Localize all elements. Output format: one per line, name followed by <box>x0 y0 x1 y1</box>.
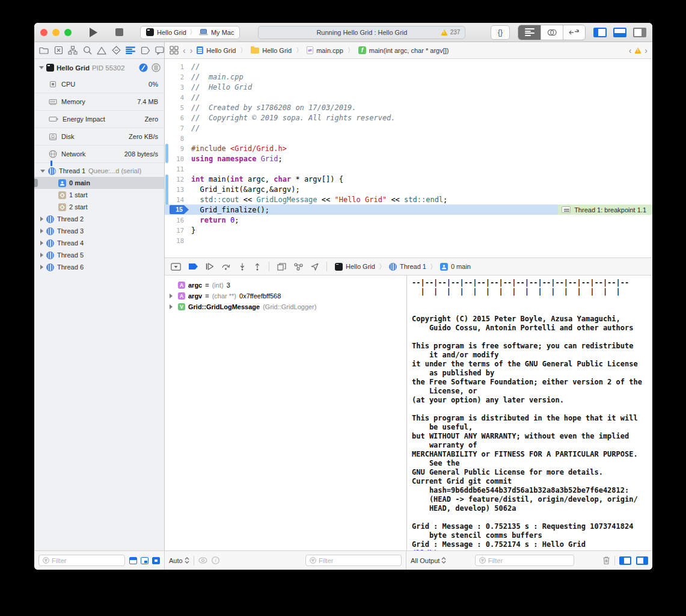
thread-row[interactable]: Thread 6 <box>34 261 164 273</box>
standard-editor-button[interactable] <box>518 25 541 40</box>
related-items-icon[interactable] <box>170 46 179 55</box>
line-number[interactable]: 1 <box>165 63 191 70</box>
jumpbar-crumb[interactable]: Hello Grid <box>197 46 236 54</box>
memory-graph-circle-icon[interactable] <box>152 63 161 72</box>
navigator-tab debug-icon[interactable] <box>126 45 135 55</box>
line-number[interactable]: 10 <box>165 155 191 162</box>
line-number[interactable]: 7 <box>165 125 191 132</box>
disclosure-triangle-icon[interactable] <box>170 294 175 298</box>
code-line[interactable]: 9#include <Grid/Grid.h> <box>165 143 652 153</box>
gauge-row-network[interactable]: Network 208 bytes/s <box>34 145 164 162</box>
breakpoints-enabled-icon[interactable] <box>189 263 198 270</box>
source-editor[interactable]: 1//2// main.cpp3// Hello Grid4//5// Crea… <box>165 59 652 257</box>
toggle-debug-area-button[interactable] <box>613 28 626 37</box>
code-line[interactable]: 14 std::cout << GridLogMessage << "Hello… <box>165 194 652 205</box>
navigator-tab search-icon[interactable] <box>83 45 92 55</box>
variable-row[interactable]: V Grid::GridLogMessage (Grid::GridLogger… <box>170 301 402 312</box>
quicklook-eye-icon[interactable] <box>198 557 207 564</box>
jumpbar-crumb[interactable]: main.cpp <box>307 46 343 54</box>
disclosure-triangle-icon[interactable] <box>170 304 175 309</box>
previous-issue-button[interactable]: ‹ <box>629 46 632 55</box>
thread-row[interactable]: Thread 4 <box>34 237 164 249</box>
code-line[interactable]: 7// <box>165 123 652 133</box>
stack-frame-row[interactable]: 2 start <box>34 201 164 213</box>
next-issue-button[interactable]: › <box>645 46 648 55</box>
view-hierarchy-icon[interactable] <box>277 263 286 271</box>
process-row[interactable]: Hello Grid PID 55302 <box>34 59 164 75</box>
line-number[interactable]: 14 <box>165 196 191 203</box>
code-line[interactable]: 13 Grid_init(&argc,&argv); <box>165 184 652 194</box>
thread-row[interactable]: Thread 3 <box>34 225 164 237</box>
thread-row[interactable]: Thread 5 <box>34 249 164 261</box>
code-line[interactable]: 12int main(int argc, char * argv[]) { <box>165 174 652 184</box>
line-number[interactable]: 2 <box>165 73 191 81</box>
code-line[interactable]: 6// Copyright © 2019 sopa. All rights re… <box>165 112 652 123</box>
variables-view[interactable]: A argc = (int) 3 A argv = (char **) 0x7f… <box>165 276 406 550</box>
version-editor-button[interactable] <box>563 25 585 40</box>
step-out-icon[interactable] <box>254 263 261 271</box>
code-line[interactable]: 5// Created by s1786208 on 17/03/2019. <box>165 102 652 112</box>
run-button[interactable] <box>90 28 97 37</box>
navigator-tab project-icon[interactable] <box>39 45 49 55</box>
hide-debug-area-icon[interactable] <box>171 263 181 271</box>
gauge-row-memory[interactable]: Memory 7.4 MB <box>34 93 164 110</box>
console-filter-input[interactable]: Filter <box>475 555 574 566</box>
code-line[interactable]: 4// <box>165 92 652 102</box>
code-line[interactable]: 18 <box>165 235 652 245</box>
show-variables-view-button[interactable] <box>619 556 631 565</box>
variables-filter-input[interactable]: Filter <box>305 555 402 566</box>
navigator-tab test-icon[interactable] <box>112 45 121 55</box>
debug-crumb[interactable]: Thread 1 <box>389 263 426 271</box>
gauge-row-disk[interactable]: Disk Zero KB/s <box>34 128 164 145</box>
line-number[interactable]: 8 <box>165 135 191 142</box>
variable-row[interactable]: A argc = (int) 3 <box>170 280 402 291</box>
line-number[interactable]: 4 <box>165 94 191 101</box>
line-number[interactable]: 6 <box>165 114 191 122</box>
disclosure-triangle-icon[interactable] <box>40 253 43 257</box>
navigator-tab issue-icon[interactable] <box>97 45 106 55</box>
console-output[interactable]: --|--|--|--|--|--|--|--|--|--|--|--|--|-… <box>406 276 652 550</box>
continue-icon[interactable] <box>206 263 213 270</box>
disclosure-triangle-icon[interactable] <box>40 217 43 221</box>
variables-scope-popup[interactable]: Auto <box>169 557 189 564</box>
toggle-inspectors-button[interactable] <box>633 28 646 37</box>
stack-frame-row[interactable]: 0 main <box>34 177 164 189</box>
step-over-icon[interactable] <box>221 263 231 270</box>
step-into-icon[interactable] <box>239 263 246 271</box>
code-line[interactable]: 17} <box>165 225 652 235</box>
disclosure-triangle-icon[interactable] <box>40 241 43 245</box>
go-back-button[interactable]: ‹ <box>183 46 186 55</box>
navigator-tab report-icon[interactable] <box>155 45 164 55</box>
view-mode-ui-icon[interactable] <box>152 557 160 564</box>
disclosure-triangle-icon[interactable] <box>40 170 45 173</box>
disclosure-triangle-icon[interactable] <box>40 229 43 233</box>
debug-crumb[interactable]: 0 main <box>440 263 471 271</box>
line-number[interactable]: 9 <box>165 145 191 152</box>
code-line[interactable]: 8 <box>165 133 652 143</box>
view-mode-threads-icon[interactable] <box>129 557 137 564</box>
code-line[interactable]: 3// Hello Grid <box>165 82 652 92</box>
thread-row[interactable]: Thread 2 <box>34 213 164 225</box>
toggle-navigator-button[interactable] <box>593 28 607 37</box>
minimize-window-button[interactable] <box>52 29 60 36</box>
show-console-button[interactable] <box>636 556 648 565</box>
code-line[interactable]: 11 <box>165 164 652 174</box>
stop-button[interactable] <box>115 28 123 36</box>
navigator-filter-input[interactable]: Filter <box>38 555 125 566</box>
line-number[interactable]: 17 <box>165 227 191 234</box>
code-line[interactable]: 15 Grid_finalize(); Thread 1: breakpoint… <box>165 205 652 215</box>
line-number[interactable]: 12 <box>165 176 191 183</box>
code-line[interactable]: 16 return 0; <box>165 215 652 225</box>
warning-cluster[interactable]: 237 <box>441 26 461 38</box>
navigator-tab source-control-icon[interactable] <box>54 45 63 55</box>
clear-console-trash-icon[interactable] <box>602 556 610 565</box>
line-number[interactable]: 16 <box>165 217 191 224</box>
line-number[interactable]: 11 <box>165 165 191 173</box>
variable-row[interactable]: A argv = (char **) 0x7ffeefbff568 <box>170 291 402 301</box>
close-window-button[interactable] <box>40 29 47 36</box>
disclosure-triangle-icon[interactable] <box>39 66 44 69</box>
jumpbar-crumb[interactable]: Hello Grid <box>251 47 292 54</box>
stack-frame-row[interactable]: 1 start <box>34 189 164 201</box>
line-number[interactable]: 18 <box>165 237 191 244</box>
memory-graph-icon[interactable] <box>294 263 303 271</box>
